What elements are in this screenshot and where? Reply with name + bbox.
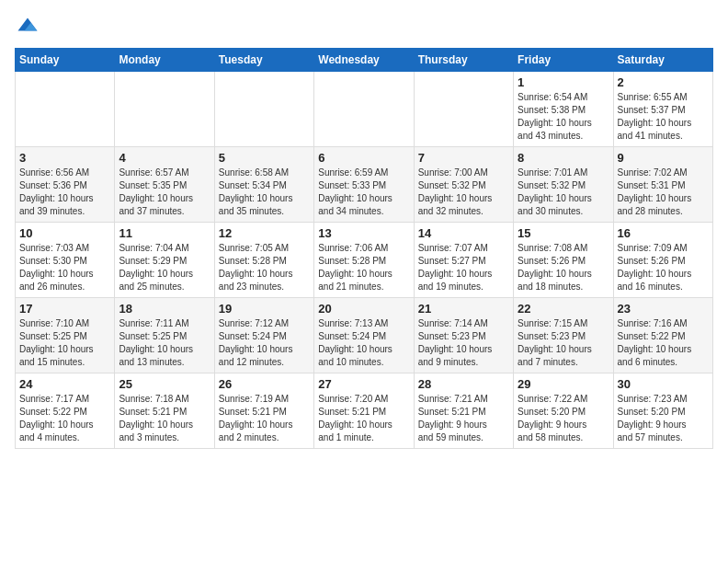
day-cell: 6Sunrise: 6:59 AM Sunset: 5:33 PM Daylig… <box>314 147 414 223</box>
week-row-1: 1Sunrise: 6:54 AM Sunset: 5:38 PM Daylig… <box>16 72 713 147</box>
col-header-tuesday: Tuesday <box>214 49 313 72</box>
week-row-2: 3Sunrise: 6:56 AM Sunset: 5:36 PM Daylig… <box>16 147 713 223</box>
day-number: 25 <box>119 377 210 391</box>
day-number: 18 <box>119 302 210 316</box>
day-info: Sunrise: 7:16 AM Sunset: 5:22 PM Dayligh… <box>618 317 709 369</box>
day-info: Sunrise: 7:15 AM Sunset: 5:23 PM Dayligh… <box>518 317 609 369</box>
day-info: Sunrise: 7:12 AM Sunset: 5:24 PM Dayligh… <box>219 317 310 369</box>
week-row-4: 17Sunrise: 7:10 AM Sunset: 5:25 PM Dayli… <box>16 298 713 373</box>
day-cell: 18Sunrise: 7:11 AM Sunset: 5:25 PM Dayli… <box>115 298 214 373</box>
day-cell: 3Sunrise: 6:56 AM Sunset: 5:36 PM Daylig… <box>16 147 115 223</box>
day-info: Sunrise: 7:21 AM Sunset: 5:21 PM Dayligh… <box>418 393 509 444</box>
day-number: 24 <box>19 377 110 391</box>
day-info: Sunrise: 7:11 AM Sunset: 5:25 PM Dayligh… <box>119 317 210 369</box>
day-number: 30 <box>618 377 709 391</box>
calendar-table: SundayMondayTuesdayWednesdayThursdayFrid… <box>15 48 713 449</box>
week-row-3: 10Sunrise: 7:03 AM Sunset: 5:30 PM Dayli… <box>16 223 713 298</box>
day-cell: 10Sunrise: 7:03 AM Sunset: 5:30 PM Dayli… <box>16 223 115 298</box>
day-info: Sunrise: 7:02 AM Sunset: 5:31 PM Dayligh… <box>618 167 709 218</box>
day-number: 21 <box>418 302 509 316</box>
day-cell: 16Sunrise: 7:09 AM Sunset: 5:26 PM Dayli… <box>613 223 712 298</box>
day-cell: 23Sunrise: 7:16 AM Sunset: 5:22 PM Dayli… <box>613 298 712 373</box>
day-info: Sunrise: 7:19 AM Sunset: 5:21 PM Dayligh… <box>219 393 310 444</box>
day-number: 11 <box>119 226 210 240</box>
day-cell: 1Sunrise: 6:54 AM Sunset: 5:38 PM Daylig… <box>514 72 613 147</box>
day-number: 23 <box>618 302 709 316</box>
day-cell: 14Sunrise: 7:07 AM Sunset: 5:27 PM Dayli… <box>414 223 513 298</box>
day-info: Sunrise: 7:05 AM Sunset: 5:28 PM Dayligh… <box>219 242 310 293</box>
day-number: 3 <box>19 151 110 165</box>
day-info: Sunrise: 7:14 AM Sunset: 5:23 PM Dayligh… <box>418 317 509 369</box>
day-info: Sunrise: 6:54 AM Sunset: 5:38 PM Dayligh… <box>518 91 609 143</box>
day-info: Sunrise: 7:07 AM Sunset: 5:27 PM Dayligh… <box>418 242 509 293</box>
col-header-saturday: Saturday <box>613 49 712 72</box>
day-cell <box>115 72 214 147</box>
day-cell: 13Sunrise: 7:06 AM Sunset: 5:28 PM Dayli… <box>314 223 414 298</box>
day-info: Sunrise: 7:22 AM Sunset: 5:20 PM Dayligh… <box>518 393 609 444</box>
day-number: 10 <box>19 226 110 240</box>
day-number: 26 <box>219 377 310 391</box>
day-info: Sunrise: 7:10 AM Sunset: 5:25 PM Dayligh… <box>19 317 110 369</box>
day-number: 8 <box>518 151 609 165</box>
day-number: 28 <box>418 377 509 391</box>
col-header-wednesday: Wednesday <box>314 49 414 72</box>
day-cell: 20Sunrise: 7:13 AM Sunset: 5:24 PM Dayli… <box>314 298 414 373</box>
header-section <box>15 15 713 40</box>
day-number: 29 <box>518 377 609 391</box>
day-info: Sunrise: 7:04 AM Sunset: 5:29 PM Dayligh… <box>119 242 210 293</box>
day-cell: 7Sunrise: 7:00 AM Sunset: 5:32 PM Daylig… <box>414 147 513 223</box>
day-number: 17 <box>19 302 110 316</box>
day-cell <box>414 72 513 147</box>
day-cell <box>314 72 414 147</box>
day-cell: 19Sunrise: 7:12 AM Sunset: 5:24 PM Dayli… <box>214 298 313 373</box>
day-cell: 21Sunrise: 7:14 AM Sunset: 5:23 PM Dayli… <box>414 298 513 373</box>
day-info: Sunrise: 6:55 AM Sunset: 5:37 PM Dayligh… <box>618 91 709 143</box>
col-header-monday: Monday <box>115 49 214 72</box>
day-number: 5 <box>219 151 310 165</box>
day-info: Sunrise: 7:03 AM Sunset: 5:30 PM Dayligh… <box>19 242 110 293</box>
day-number: 2 <box>618 75 709 89</box>
day-cell: 12Sunrise: 7:05 AM Sunset: 5:28 PM Dayli… <box>214 223 313 298</box>
day-number: 22 <box>518 302 609 316</box>
day-cell <box>16 72 115 147</box>
day-cell: 4Sunrise: 6:57 AM Sunset: 5:35 PM Daylig… <box>115 147 214 223</box>
logo-icon <box>15 15 40 40</box>
day-info: Sunrise: 7:00 AM Sunset: 5:32 PM Dayligh… <box>418 167 509 218</box>
day-cell: 30Sunrise: 7:23 AM Sunset: 5:20 PM Dayli… <box>613 373 712 449</box>
week-row-5: 24Sunrise: 7:17 AM Sunset: 5:22 PM Dayli… <box>16 373 713 449</box>
day-cell: 29Sunrise: 7:22 AM Sunset: 5:20 PM Dayli… <box>514 373 613 449</box>
day-info: Sunrise: 7:18 AM Sunset: 5:21 PM Dayligh… <box>119 393 210 444</box>
day-cell: 8Sunrise: 7:01 AM Sunset: 5:32 PM Daylig… <box>514 147 613 223</box>
day-number: 13 <box>318 226 409 240</box>
day-cell: 9Sunrise: 7:02 AM Sunset: 5:31 PM Daylig… <box>613 147 712 223</box>
day-cell: 11Sunrise: 7:04 AM Sunset: 5:29 PM Dayli… <box>115 223 214 298</box>
day-number: 27 <box>318 377 409 391</box>
day-info: Sunrise: 6:58 AM Sunset: 5:34 PM Dayligh… <box>219 167 310 218</box>
logo <box>15 15 44 40</box>
day-info: Sunrise: 7:20 AM Sunset: 5:21 PM Dayligh… <box>318 393 409 444</box>
day-number: 4 <box>119 151 210 165</box>
day-cell <box>214 72 313 147</box>
day-number: 1 <box>518 75 609 89</box>
day-info: Sunrise: 7:13 AM Sunset: 5:24 PM Dayligh… <box>318 317 409 369</box>
col-header-sunday: Sunday <box>16 49 115 72</box>
day-number: 14 <box>418 226 509 240</box>
header-row: SundayMondayTuesdayWednesdayThursdayFrid… <box>16 49 713 72</box>
day-info: Sunrise: 7:09 AM Sunset: 5:26 PM Dayligh… <box>618 242 709 293</box>
day-info: Sunrise: 7:17 AM Sunset: 5:22 PM Dayligh… <box>19 393 110 444</box>
day-number: 20 <box>318 302 409 316</box>
day-cell: 28Sunrise: 7:21 AM Sunset: 5:21 PM Dayli… <box>414 373 513 449</box>
day-number: 16 <box>618 226 709 240</box>
day-number: 12 <box>219 226 310 240</box>
day-cell: 22Sunrise: 7:15 AM Sunset: 5:23 PM Dayli… <box>514 298 613 373</box>
day-cell: 2Sunrise: 6:55 AM Sunset: 5:37 PM Daylig… <box>613 72 712 147</box>
day-cell: 5Sunrise: 6:58 AM Sunset: 5:34 PM Daylig… <box>214 147 313 223</box>
day-cell: 15Sunrise: 7:08 AM Sunset: 5:26 PM Dayli… <box>514 223 613 298</box>
day-info: Sunrise: 7:08 AM Sunset: 5:26 PM Dayligh… <box>518 242 609 293</box>
day-cell: 25Sunrise: 7:18 AM Sunset: 5:21 PM Dayli… <box>115 373 214 449</box>
col-header-thursday: Thursday <box>414 49 513 72</box>
day-cell: 26Sunrise: 7:19 AM Sunset: 5:21 PM Dayli… <box>214 373 313 449</box>
day-info: Sunrise: 7:06 AM Sunset: 5:28 PM Dayligh… <box>318 242 409 293</box>
day-info: Sunrise: 7:01 AM Sunset: 5:32 PM Dayligh… <box>518 167 609 218</box>
col-header-friday: Friday <box>514 49 613 72</box>
